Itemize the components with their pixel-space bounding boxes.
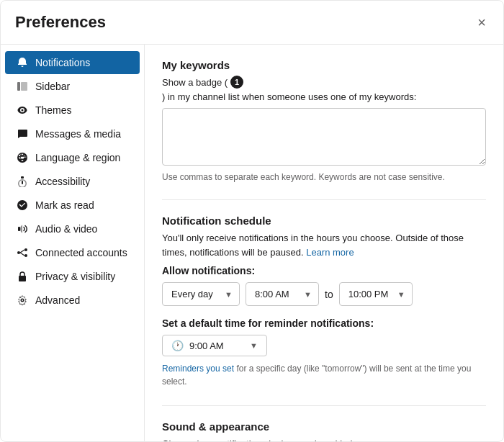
modal-title: Preferences bbox=[15, 13, 106, 32]
modal-header: Preferences × bbox=[1, 1, 503, 45]
reminder-hint: Reminders you set for a specific day (li… bbox=[162, 362, 486, 388]
sidebar-item-accessibility[interactable]: Accessibility bbox=[5, 170, 140, 193]
modal-body: Notifications Sidebar bbox=[1, 45, 503, 441]
keywords-description: Show a badge ( 1 ) in my channel list wh… bbox=[162, 76, 486, 102]
gear-icon bbox=[17, 294, 28, 306]
sidebar-item-privacy-visibility[interactable]: Privacy & visibility bbox=[5, 265, 140, 288]
frequency-select-wrapper: Every day Weekdays Weekends ▼ bbox=[162, 282, 240, 306]
connected-icon bbox=[17, 247, 28, 258]
sidebar-item-label: Audio & video bbox=[35, 223, 97, 235]
sound-desc: Choose how notifications look, sound, an… bbox=[162, 437, 486, 441]
sidebar-item-audio-video[interactable]: Audio & video bbox=[5, 217, 140, 240]
keyword-badge: 1 bbox=[230, 76, 243, 89]
notification-controls-row: Every day Weekdays Weekends ▼ 8:00 AM 9:… bbox=[162, 282, 486, 306]
sound-section: Sound & appearance Choose how notificati… bbox=[162, 420, 486, 441]
svg-rect-1 bbox=[21, 82, 27, 91]
sidebar-item-label: Accessibility bbox=[35, 176, 90, 187]
sidebar-item-language-region[interactable]: Language & region bbox=[5, 146, 140, 169]
sidebar-item-label: Themes bbox=[35, 104, 72, 116]
reminder-chevron-icon: ▼ bbox=[250, 341, 258, 350]
svg-point-5 bbox=[17, 251, 20, 254]
svg-rect-4 bbox=[18, 227, 20, 231]
from-time-select[interactable]: 8:00 AM 9:00 AM 10:00 AM bbox=[246, 282, 319, 306]
preferences-modal: Preferences × Notifications bbox=[0, 0, 504, 442]
sound-divider bbox=[162, 405, 486, 406]
keywords-input[interactable] bbox=[162, 108, 486, 166]
sidebar-item-label: Privacy & visibility bbox=[35, 271, 115, 282]
svg-rect-8 bbox=[19, 276, 26, 281]
reminders-link[interactable]: Reminders you set bbox=[162, 364, 234, 374]
sound-title: Sound & appearance bbox=[162, 420, 486, 433]
sidebar: Notifications Sidebar bbox=[1, 45, 145, 441]
svg-rect-2 bbox=[21, 176, 24, 179]
svg-point-7 bbox=[24, 254, 27, 257]
close-button[interactable]: × bbox=[474, 12, 489, 32]
sidebar-item-messages-media[interactable]: Messages & media bbox=[5, 122, 140, 145]
frequency-select[interactable]: Every day Weekdays Weekends bbox=[162, 282, 240, 306]
clock-icon: 🕐 bbox=[171, 340, 184, 351]
audio-icon bbox=[17, 223, 28, 235]
svg-point-6 bbox=[24, 248, 27, 251]
lock-icon bbox=[17, 271, 28, 282]
sidebar-item-mark-as-read[interactable]: Mark as read bbox=[5, 194, 140, 217]
check-circle-icon bbox=[17, 199, 28, 211]
reminder-select-wrapper[interactable]: 🕐 9:00 AM 8:00 AM 10:00 AM ▼ bbox=[162, 335, 267, 356]
sidebar-item-advanced[interactable]: Advanced bbox=[5, 289, 140, 312]
schedule-title: Notification schedule bbox=[162, 215, 486, 227]
sidebar-item-label: Sidebar bbox=[35, 81, 70, 92]
reminder-select[interactable]: 9:00 AM 8:00 AM 10:00 AM bbox=[189, 340, 244, 351]
sidebar-item-sidebar[interactable]: Sidebar bbox=[5, 75, 140, 98]
keywords-section: My keywords Show a badge ( 1 ) in my cha… bbox=[162, 59, 486, 182]
from-time-select-wrapper: 8:00 AM 9:00 AM 10:00 AM ▼ bbox=[246, 282, 319, 306]
section-divider bbox=[162, 199, 486, 200]
badge-post-text: ) in my channel list when someone uses o… bbox=[162, 91, 416, 102]
sidebar-icon bbox=[17, 81, 28, 92]
to-label: to bbox=[325, 289, 333, 300]
keywords-title: My keywords bbox=[162, 59, 486, 71]
message-icon bbox=[17, 128, 28, 140]
sidebar-item-label: Messages & media bbox=[35, 128, 121, 140]
allow-notifications-label: Allow notifications: bbox=[162, 265, 486, 276]
sidebar-item-label: Notifications bbox=[35, 57, 90, 68]
to-time-select[interactable]: 10:00 PM 9:00 PM 11:00 PM bbox=[339, 282, 413, 306]
eye-icon bbox=[17, 104, 28, 116]
svg-rect-0 bbox=[17, 82, 20, 91]
reminder-label: Set a default time for reminder notifica… bbox=[162, 317, 486, 329]
svg-rect-3 bbox=[22, 181, 23, 184]
bell-icon bbox=[17, 57, 28, 68]
schedule-section: Notification schedule You'll only receiv… bbox=[162, 215, 486, 388]
sidebar-item-connected-accounts[interactable]: Connected accounts bbox=[5, 241, 140, 264]
accessibility-icon bbox=[17, 176, 28, 187]
sidebar-item-label: Language & region bbox=[35, 152, 120, 163]
badge-pre-text: Show a badge ( bbox=[162, 77, 228, 88]
learn-more-link[interactable]: Learn more bbox=[306, 247, 354, 258]
main-content: My keywords Show a badge ( 1 ) in my cha… bbox=[145, 45, 503, 441]
sidebar-item-themes[interactable]: Themes bbox=[5, 99, 140, 122]
globe-icon bbox=[17, 152, 28, 163]
sidebar-item-label: Mark as read bbox=[35, 199, 94, 211]
schedule-desc: You'll only receive notifications in the… bbox=[162, 231, 486, 259]
sidebar-item-notifications[interactable]: Notifications bbox=[5, 51, 140, 74]
keywords-hint: Use commas to separate each keyword. Key… bbox=[162, 172, 486, 182]
sidebar-item-label: Connected accounts bbox=[35, 247, 127, 258]
to-time-select-wrapper: 10:00 PM 9:00 PM 11:00 PM ▼ bbox=[339, 282, 413, 306]
sidebar-item-label: Advanced bbox=[35, 294, 80, 306]
